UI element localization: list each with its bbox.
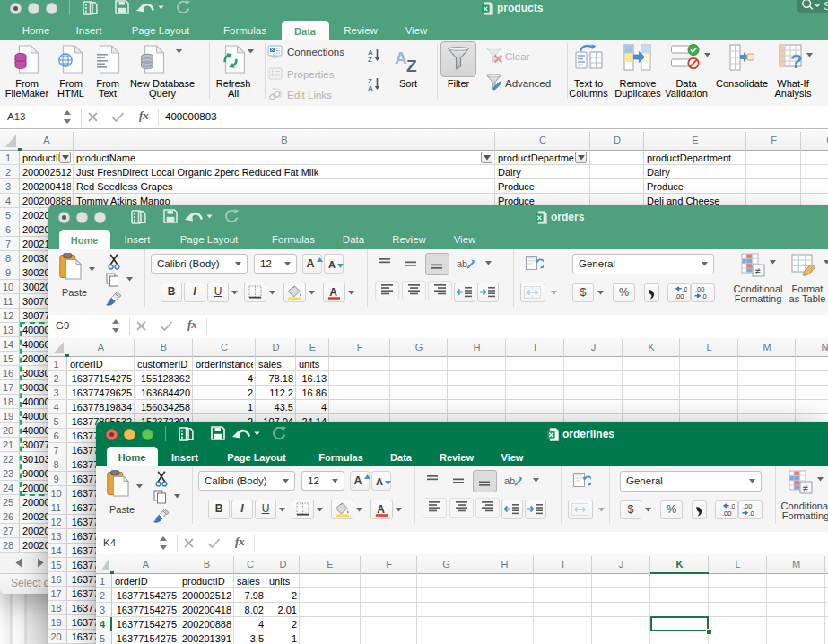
svg-text:ab: ab: [504, 475, 515, 486]
svg-text:A: A: [395, 48, 407, 67]
svg-text:A: A: [329, 286, 337, 299]
svg-text:?: ?: [790, 50, 802, 70]
svg-text:S: S: [824, 0, 828, 12]
svg-text:A: A: [377, 503, 385, 516]
svg-text:.0: .0: [702, 292, 707, 300]
svg-text:Z: Z: [406, 57, 417, 73]
svg-text:≠: ≠: [803, 483, 808, 493]
svg-text:.00: .00: [722, 509, 731, 517]
svg-text:Z: Z: [368, 56, 372, 63]
svg-text:≠: ≠: [755, 265, 761, 276]
svg-text:.00: .00: [675, 292, 684, 300]
svg-text:.0: .0: [749, 509, 754, 517]
svg-text:ab: ab: [457, 258, 467, 269]
